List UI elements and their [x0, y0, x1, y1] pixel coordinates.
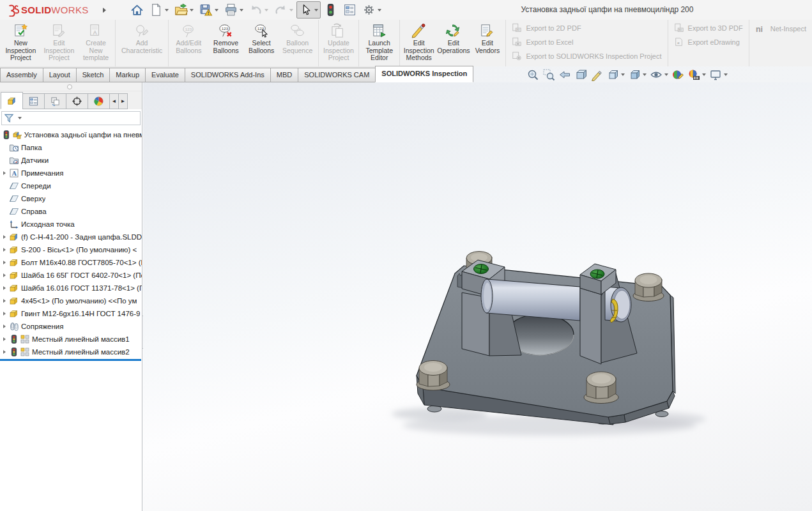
tree-item[interactable]: Шайба 16 65Г ГОСТ 6402-70<1> (По — [0, 269, 142, 282]
tab-evaluate[interactable]: Evaluate — [145, 68, 185, 82]
tree-item[interactable]: Сверху — [0, 192, 142, 205]
dropdown-caret-icon[interactable] — [664, 73, 668, 76]
dropdown-caret-icon[interactable] — [621, 73, 625, 76]
dynamic-annotation-views-button[interactable] — [589, 68, 604, 82]
home-button[interactable] — [128, 1, 146, 19]
tree-item[interactable]: S-200 - Вісь<1> (По умолчанию) < — [0, 243, 142, 256]
ribbon-button-label: Update Inspection Project — [321, 40, 356, 62]
tab-assembly[interactable]: Assembly — [0, 68, 43, 82]
tree-item[interactable]: Исходная точка — [0, 218, 142, 231]
dropdown-caret-icon[interactable] — [264, 9, 268, 11]
task-list-button[interactable] — [341, 1, 359, 19]
title-bar: SOLIDWORKS Установка задньої цапфи на пн… — [0, 0, 812, 20]
tree-item[interactable]: Гвинт М12-6gx16.14Н ГОСТ 1476-9 — [0, 307, 142, 320]
dropdown-caret-icon[interactable] — [240, 9, 243, 11]
manager-tab-property-manager[interactable] — [22, 93, 45, 109]
expand-arrow-icon[interactable] — [0, 324, 9, 328]
previous-view-button[interactable] — [557, 68, 572, 82]
tree-item[interactable]: AПримечания — [0, 167, 142, 179]
tree-item[interactable]: Сопряжения — [0, 320, 142, 333]
dropdown-caret-icon[interactable] — [165, 9, 169, 11]
manager-tabs-scroll-left[interactable]: ◄ — [109, 93, 119, 109]
new-inspection-project-icon — [13, 23, 29, 39]
tree-item[interactable]: Установка задньої цапфи на пневмоци — [0, 128, 142, 141]
dropdown-caret-icon[interactable] — [702, 73, 706, 76]
options-gear-button[interactable] — [360, 1, 384, 19]
tab-solidworks-cam[interactable]: SOLIDWORKS CAM — [298, 68, 376, 82]
manager-tabs-scroll-right[interactable]: ► — [118, 93, 128, 109]
expand-arrow-icon[interactable] — [0, 350, 9, 354]
tab-layout[interactable]: Layout — [43, 68, 77, 82]
dropdown-caret-icon[interactable] — [190, 9, 194, 11]
section-view-button[interactable] — [573, 68, 588, 82]
tree-item[interactable]: Справа — [0, 205, 142, 218]
tab-solidworks-add-ins[interactable]: SOLIDWORKS Add-Ins — [185, 68, 271, 82]
tree-item-label: Примечания — [21, 169, 63, 177]
dropdown-caret-icon[interactable] — [643, 73, 647, 76]
tree-item[interactable]: Датчики — [0, 154, 142, 167]
edit-appearance-button[interactable] — [670, 68, 686, 82]
tree-item[interactable]: (f) C-H-41-200 - Задня цапфа.SLDD — [0, 231, 142, 243]
select-balloons-button[interactable]: 123Select Balloons — [245, 21, 279, 66]
save-button[interactable] — [197, 1, 221, 19]
dropdown-caret-icon[interactable] — [289, 9, 293, 11]
expand-arrow-icon[interactable] — [0, 312, 9, 316]
ribbon-button-label: Edit Inspection Project — [42, 40, 77, 62]
view-settings-icon — [709, 68, 722, 81]
hide-show-items-button[interactable] — [648, 68, 670, 82]
expand-arrow-icon[interactable] — [0, 299, 9, 303]
selection-filter-toggle-button[interactable] — [321, 1, 340, 19]
expand-arrow-icon[interactable] — [0, 261, 9, 264]
expand-arrow-icon[interactable] — [0, 337, 9, 341]
toolbar-flyout-expander[interactable] — [99, 6, 110, 15]
expand-arrow-icon[interactable] — [0, 171, 9, 175]
ribbon-group: Launch Template Editor — [359, 20, 400, 66]
manager-tab-display-manager[interactable] — [88, 93, 110, 109]
manager-tab-dimxpert-manager[interactable] — [66, 93, 88, 109]
tab-solidworks-inspection[interactable]: SOLIDWORKS Inspection — [375, 66, 473, 82]
rollback-bar[interactable] — [0, 359, 141, 361]
export-label: Export eDrawing — [688, 38, 740, 46]
tree-item[interactable]: Местный линейный массив1 — [0, 333, 142, 346]
new-document-button[interactable] — [147, 1, 171, 19]
graphics-viewport[interactable] — [143, 82, 812, 511]
net-inspect-button: niNet-Inspect — [755, 23, 806, 34]
dropdown-caret-icon[interactable] — [378, 9, 381, 11]
apply-scene-button[interactable] — [686, 68, 707, 82]
expand-arrow-icon[interactable] — [0, 286, 9, 290]
dropdown-caret-icon[interactable] — [215, 9, 218, 11]
export-2d-pdf-icon: 2D — [512, 23, 522, 33]
print-button[interactable] — [222, 1, 246, 19]
tree-filter-box[interactable] — [1, 111, 141, 125]
expand-arrow-icon[interactable] — [0, 273, 9, 277]
dropdown-caret-icon[interactable] — [314, 9, 318, 11]
tree-item[interactable]: Местный линейный массив2 — [0, 346, 142, 358]
launch-template-editor-button[interactable]: Launch Template Editor — [360, 21, 398, 66]
edit-vendors-button[interactable]: Edit Vendors — [470, 21, 504, 66]
view-settings-button[interactable] — [708, 68, 729, 82]
edit-inspection-methods-button[interactable]: Edit Inspection Methods — [401, 21, 436, 66]
tab-markup[interactable]: Markup — [109, 68, 146, 82]
dropdown-caret-icon[interactable] — [724, 73, 728, 76]
edit-operations-button[interactable]: Edit Operations — [436, 21, 470, 66]
panel-collapse-grip[interactable] — [67, 84, 72, 89]
tree-item[interactable]: 4x45<1> (По умолчанию) <<По ум — [0, 294, 142, 307]
view-orientation-button[interactable] — [605, 68, 626, 82]
display-style-button[interactable] — [627, 68, 648, 82]
tree-item[interactable]: Папка — [0, 141, 142, 154]
tree-item[interactable]: Шайба 16.016 ГОСТ 11371-78<1> (Г — [0, 282, 142, 294]
new-inspection-project-button[interactable]: New Inspection Project — [1, 21, 40, 66]
tab-mbd[interactable]: MBD — [270, 68, 298, 82]
open-document-button[interactable] — [172, 1, 196, 19]
manager-tab-configuration-manager[interactable] — [44, 93, 66, 109]
zoom-to-fit-button[interactable] — [525, 68, 540, 82]
expand-arrow-icon[interactable] — [0, 235, 9, 239]
manager-tab-feature-manager[interactable] — [1, 92, 23, 109]
tree-item[interactable]: Болт М16х40.88 ГОСТ7805-70<1> (П — [0, 256, 142, 269]
tab-sketch[interactable]: Sketch — [76, 68, 111, 82]
tree-item[interactable]: Спереди — [0, 179, 142, 192]
zoom-to-area-button[interactable] — [541, 68, 556, 82]
select-cursor-button[interactable] — [296, 1, 321, 19]
expand-arrow-icon[interactable] — [0, 248, 9, 252]
remove-balloons-button[interactable]: 123Remove Balloons — [208, 21, 245, 66]
